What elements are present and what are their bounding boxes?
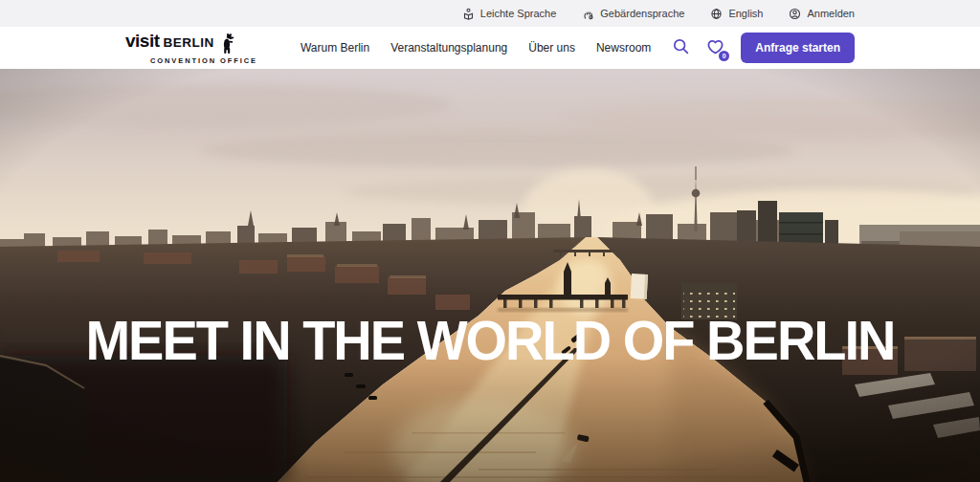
logo-visit-text: visit [125,32,160,50]
user-icon [789,8,801,20]
login-link[interactable]: Anmelden [789,8,855,20]
easy-language-label: Leichte Sprache [480,8,557,19]
globe-icon [710,8,723,20]
sign-language-icon [582,8,594,20]
favorites-button[interactable]: 0 [705,37,725,58]
nav-item-ueber-uns[interactable]: Über uns [528,41,575,55]
main-header: visit BERLIN [0,27,980,69]
berlin-bear-icon [220,33,234,56]
search-icon [672,37,690,58]
language-switch-link[interactable]: English [710,8,763,20]
nav-item-newsroom[interactable]: Newsroom [596,41,651,55]
hero-video [0,69,980,482]
favorites-count-badge: 0 [719,51,729,61]
hero-section: MEET IN THE WORLD OF BERLIN [0,69,980,482]
nav-item-veranstaltungsplanung[interactable]: Veranstaltungsplanung [390,41,507,55]
login-label: Anmelden [807,8,855,19]
nav-item-warum-berlin[interactable]: Warum Berlin [301,41,369,55]
easy-language-icon [462,8,475,20]
hero-headline: MEET IN THE WORLD OF BERLIN [0,313,980,368]
main-nav: Warum Berlin Veranstaltungsplanung Über … [301,41,651,55]
search-button[interactable] [672,37,690,58]
sign-language-label: Gebärdensprache [600,8,684,19]
logo-tagline: CONVENTION OFFICE [125,57,257,65]
easy-language-link[interactable]: Leichte Sprache [462,8,557,20]
language-switch-label: English [728,8,763,19]
start-inquiry-button[interactable]: Anfrage starten [741,33,855,63]
sign-language-link[interactable]: Gebärdensprache [582,8,684,20]
utility-bar: Leichte Sprache Gebärdensprache [0,0,980,27]
logo-berlin-text: BERLIN [164,36,214,50]
logo[interactable]: visit BERLIN [125,32,257,65]
